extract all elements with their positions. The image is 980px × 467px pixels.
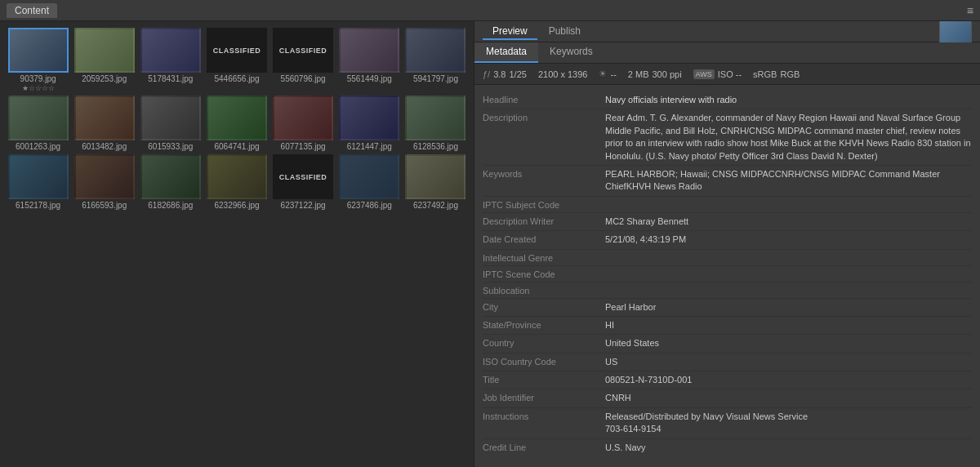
sublocation-label: Sublocation xyxy=(483,285,605,296)
thumbnail-image xyxy=(405,154,466,199)
hamburger-icon[interactable]: ≡ xyxy=(960,4,980,17)
list-item[interactable]: 6237492.jpg xyxy=(404,154,467,210)
iso-country-label: ISO Country Code xyxy=(483,356,605,367)
color-profile-value: sRGB xyxy=(753,69,777,79)
list-item[interactable]: 6237486.jpg xyxy=(338,154,401,210)
meta-tabs: Metadata Keywords xyxy=(474,42,980,64)
thumbnail-image xyxy=(140,154,201,199)
exif-row: ƒ/ 3.8 1/25 2100 x 1396 ☀ -- 2 MB 300 pp… xyxy=(474,64,980,85)
thumbnail-image xyxy=(8,154,69,199)
main-layout: 90379.jpg★☆☆☆☆2059253.jpg5178431.jpgCLAS… xyxy=(0,21,980,467)
thumbnail-filename: 5446656.jpg xyxy=(214,74,259,83)
thumbnail-image xyxy=(74,28,135,73)
title-row: Title 080521-N-7310D-001 xyxy=(483,371,972,389)
thumbnail-filename: 6237492.jpg xyxy=(413,201,458,210)
thumbnail-filename: 6237486.jpg xyxy=(347,201,392,210)
thumbnail-image xyxy=(405,28,466,73)
aperture-item: ƒ/ 3.8 1/25 xyxy=(483,69,527,79)
sublocation-row: Sublocation xyxy=(483,282,972,299)
list-item[interactable]: 6152178.jpg xyxy=(7,154,69,210)
thumbnail-image xyxy=(339,28,399,73)
instructions-row: Instructions Released/Distributed by Nav… xyxy=(483,408,972,439)
date-created-row: Date Created 5/21/08, 4:43:19 PM xyxy=(483,231,972,249)
list-item[interactable]: 6064741.jpg xyxy=(205,96,268,151)
iso-country-value: US xyxy=(605,356,972,368)
thumbnail-filename: 6077135.jpg xyxy=(281,142,326,151)
thumbnail-filename: 6232966.jpg xyxy=(214,201,259,210)
description-row: Description Rear Adm. T. G. Alexander, c… xyxy=(483,109,972,166)
thumbnail-filename: 6015933.jpg xyxy=(148,142,193,151)
thumbnail-filename: 6121447.jpg xyxy=(347,142,392,151)
list-item[interactable]: CLASSIFIED5446656.jpg xyxy=(205,28,268,92)
preview-thumbnail xyxy=(939,21,972,44)
content-tab[interactable]: Content xyxy=(7,3,57,18)
list-item[interactable]: CLASSIFIED6237122.jpg xyxy=(272,154,335,210)
state-label: State/Province xyxy=(483,319,605,330)
list-item[interactable]: 5941797.jpg xyxy=(404,28,467,92)
date-created-value: 5/21/08, 4:43:19 PM xyxy=(605,234,972,246)
iptc-scene-label: IPTC Scene Code xyxy=(483,269,605,279)
thumbnail-image xyxy=(273,96,333,140)
list-item[interactable]: 6232966.jpg xyxy=(205,154,268,210)
list-item[interactable]: CLASSIFIED5560796.jpg xyxy=(272,28,335,92)
filesize-value: 2 MB xyxy=(628,69,649,79)
dimensions-item: 2100 x 1396 xyxy=(538,69,588,79)
thumbnail-stars: ★☆☆☆☆ xyxy=(22,84,55,92)
list-item[interactable]: 6166593.jpg xyxy=(73,154,136,210)
intellectual-genre-label: Intellectual Genre xyxy=(483,252,605,263)
tab-keywords[interactable]: Keywords xyxy=(538,42,604,63)
credit-row: Credit Line U.S. Navy xyxy=(483,439,972,456)
thumbnail-filename: 6064741.jpg xyxy=(214,142,259,151)
headline-label: Headline xyxy=(483,94,605,105)
thumbnail-image xyxy=(140,28,201,73)
job-id-row: Job Identifier CNRH xyxy=(483,389,972,407)
thumbnail-image xyxy=(8,28,69,73)
classified-label: CLASSIFIED xyxy=(279,47,327,55)
list-item[interactable]: 6128536.jpg xyxy=(404,96,467,151)
title-label: Title xyxy=(483,374,605,385)
desc-writer-row: Description Writer MC2 Sharay Bennett xyxy=(483,213,972,231)
thumbnail-filename: 90379.jpg xyxy=(20,74,56,83)
list-item[interactable]: 5178431.jpg xyxy=(139,28,202,92)
right-header: Preview Publish xyxy=(474,21,980,42)
list-item[interactable]: 6015933.jpg xyxy=(139,96,202,151)
thumbnail-filename: 5561449.jpg xyxy=(347,74,392,83)
iptc-subject-row: IPTC Subject Code xyxy=(483,197,972,213)
list-item[interactable]: 6013482.jpg xyxy=(73,96,136,151)
tab-metadata[interactable]: Metadata xyxy=(474,42,538,63)
ppi-value: 300 ppi xyxy=(652,69,681,79)
headline-value: Navy officials interview with radio xyxy=(605,94,972,106)
tab-publish[interactable]: Publish xyxy=(539,24,590,40)
exposure-value: -- xyxy=(610,69,616,79)
classified-label: CLASSIFIED xyxy=(213,47,261,55)
list-item[interactable]: 2059253.jpg xyxy=(73,28,136,92)
classified-label: CLASSIFIED xyxy=(279,173,327,181)
thumbnail-image xyxy=(74,154,135,199)
thumbnail-filename: 5560796.jpg xyxy=(281,74,326,83)
thumbnail-image xyxy=(339,154,399,199)
exposure-item: ☀ -- xyxy=(599,69,616,79)
filesize-item: 2 MB 300 ppi xyxy=(628,69,682,79)
credit-value: U.S. Navy xyxy=(605,442,972,454)
city-value: Pearl Harbor xyxy=(605,301,972,314)
tab-preview[interactable]: Preview xyxy=(483,24,537,40)
thumbnail-image xyxy=(339,96,399,140)
right-panel: Preview Publish Metadata Keywords ƒ/ 3.8… xyxy=(474,21,980,467)
list-item[interactable]: 6182686.jpg xyxy=(139,154,202,210)
job-id-label: Job Identifier xyxy=(483,392,605,403)
list-item[interactable]: 5561449.jpg xyxy=(338,28,401,92)
city-label: City xyxy=(483,301,605,312)
list-item[interactable]: 6077135.jpg xyxy=(272,96,335,151)
job-id-value: CNRH xyxy=(605,392,972,404)
list-item[interactable]: 90379.jpg★☆☆☆☆ xyxy=(7,28,69,92)
date-created-label: Date Created xyxy=(483,234,605,244)
keywords-label: Keywords xyxy=(483,168,605,179)
instructions-label: Instructions xyxy=(483,411,605,421)
exposure-icon: ☀ xyxy=(599,69,607,79)
list-item[interactable]: 6121447.jpg xyxy=(338,96,401,151)
aperture-icon: ƒ/ xyxy=(483,69,490,79)
title-value: 080521-N-7310D-001 xyxy=(605,374,972,386)
thumbnail-image xyxy=(140,96,201,140)
list-item[interactable]: 6001263.jpg xyxy=(7,96,69,151)
country-label: Country xyxy=(483,337,605,348)
